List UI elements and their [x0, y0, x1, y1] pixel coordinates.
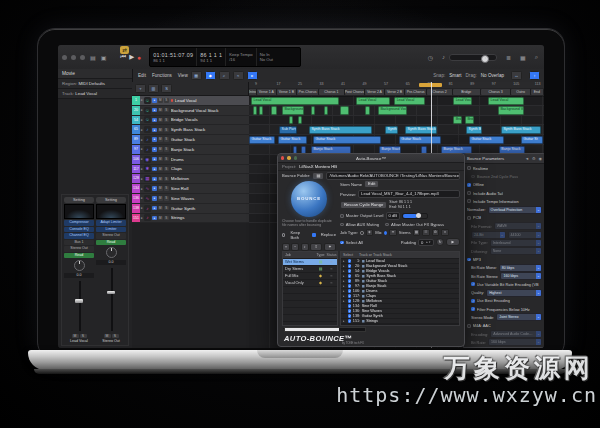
mute-button[interactable]: M [158, 128, 163, 133]
master-strip-icon[interactable]: S [161, 84, 172, 93]
param-dropdown[interactable]: 80 kbps⌄ [499, 264, 542, 272]
mute-button[interactable]: M [158, 137, 163, 142]
metronome-icon[interactable]: ♪ [442, 54, 445, 60]
input-monitor-icon[interactable]: ● [152, 186, 157, 191]
disclosure-icon[interactable]: ▸ [141, 108, 143, 112]
marker[interactable]: Chorus 3 [481, 89, 512, 95]
solo-button[interactable]: S [112, 334, 119, 339]
select-all-checkbox[interactable]: ✓ [340, 241, 344, 245]
track-select-checkbox[interactable]: ✓ [348, 289, 351, 292]
param-row[interactable]: Bounce 2nd Cycle Pass [464, 172, 544, 180]
automation-read-button[interactable]: Read [96, 240, 126, 246]
mute-button[interactable]: M [158, 147, 163, 152]
param-checkbox[interactable]: ✓ [467, 258, 471, 262]
disclosure-icon[interactable]: ▸ [141, 216, 143, 220]
param-row[interactable]: ✓Filter Frequencies Below 10Hz [464, 305, 544, 313]
rescan-cycle-button[interactable]: Rescan Cycle Range [340, 201, 387, 209]
solo-button[interactable]: S [164, 216, 169, 221]
send-slot[interactable]: Bus 1 [64, 240, 94, 246]
param-row[interactable]: Normalize:Overload Protection⌄ [464, 205, 544, 213]
track-header[interactable]: 65▸♪●MSSynth Bass Stack [132, 125, 249, 135]
volume-fader[interactable] [96, 266, 126, 333]
job-row[interactable]: Wet Stems▤○ [283, 259, 337, 266]
track-header[interactable]: 138▸♪●MSGuitar Synth [132, 204, 249, 214]
marker[interactable]: Verse 2 A [365, 89, 385, 95]
eq-thumbnail[interactable] [64, 204, 94, 219]
padding-stepper[interactable]: 0 ▲▼ [418, 239, 434, 247]
track-header[interactable]: 1▸☺●MSLead Vocal [132, 96, 249, 106]
remove-job-button[interactable]: − [291, 243, 299, 251]
region-guitar-st[interactable]: Guitar St [521, 136, 543, 144]
fx-bypass-checkbox[interactable] [385, 223, 389, 227]
search-icon[interactable]: ⌕ [535, 54, 538, 61]
flex-tool-icon[interactable]: ≈ [233, 71, 244, 80]
solo-button[interactable]: S [164, 118, 169, 123]
help-icon[interactable]: ◉ [539, 156, 543, 161]
job-row[interactable]: Full Mix◆○ [283, 273, 337, 280]
param-row[interactable]: File Format:WAVE⌄ [464, 222, 544, 230]
param-checkbox[interactable]: ✓ [471, 299, 475, 303]
track-inspector[interactable]: Track: Lead Vocal [58, 89, 132, 99]
param-row[interactable]: Realtime [464, 164, 544, 172]
window-close-icon[interactable] [62, 55, 67, 60]
job-row[interactable]: Dry Stems▤○ [283, 266, 337, 273]
track-header[interactable]: 128▸▦●MSMellotron [132, 174, 249, 184]
solo-button[interactable]: S [164, 128, 169, 133]
inspector-icon[interactable]: ▣ [101, 54, 107, 61]
param-dropdown[interactable]: Interleaved⌄ [490, 239, 542, 247]
region-clip[interactable] [340, 106, 349, 114]
plugin-slot[interactable]: Compressor [64, 220, 94, 226]
channel-strip[interactable]: SettingCompressorConsole EQChannel EQBus… [64, 197, 94, 343]
param-row[interactable]: PCM [464, 214, 544, 222]
param-checkbox[interactable]: ✓ [471, 307, 475, 311]
param-dropdown[interactable]: Advanced Audio Code…⌄ [490, 330, 542, 338]
track-select-checkbox[interactable]: ✓ [348, 319, 351, 322]
region-guitar-stack[interactable]: Guitar Stack [249, 136, 275, 144]
param-row[interactable]: Include Tempo Information [464, 197, 544, 205]
catch-playhead-icon[interactable]: ▸ [247, 71, 258, 80]
track-select-checkbox[interactable]: ✓ [348, 314, 351, 317]
list-editors-icon[interactable]: ≣ [506, 54, 511, 61]
region-clip[interactable] [365, 106, 370, 114]
marker[interactable]: Intro [249, 89, 257, 95]
disclosure-icon[interactable]: ▸ [141, 187, 143, 191]
marker[interactable]: Post Chorus [345, 89, 365, 95]
drag-value[interactable]: No Overlap [481, 73, 504, 78]
param-checkbox[interactable] [467, 324, 471, 328]
eq-thumbnail[interactable] [96, 204, 126, 219]
master-volume-slider[interactable] [449, 54, 497, 61]
marker[interactable]: Verse 2 B [385, 89, 405, 95]
region-lead-vocal[interactable]: Lead Vocal [251, 97, 339, 105]
param-row[interactable]: ✓MP3 [464, 255, 544, 263]
track-select-checkbox[interactable]: ✓ [348, 269, 351, 272]
param-dropdown[interactable]: WAVE⌄ [494, 222, 542, 230]
region-synth-bass[interactable]: Synth Bass [466, 126, 482, 134]
input-monitor-icon[interactable]: ● [152, 216, 157, 221]
track-select-checkbox[interactable]: ✓ [348, 294, 351, 297]
automation-toggle-icon[interactable]: ◆ [205, 71, 216, 80]
snap-value[interactable]: Smart [449, 73, 461, 78]
strip-setting-button[interactable]: Setting [96, 197, 126, 203]
solo-button[interactable]: S [164, 137, 169, 142]
track-select-checkbox[interactable]: ✓ [348, 259, 351, 262]
zoom-h-icon[interactable]: ↔ [511, 71, 522, 80]
master-output-checkbox[interactable] [340, 214, 344, 218]
plugin-slot[interactable]: Limiter [96, 227, 126, 233]
param-dropdown[interactable]: Highest⌄ [486, 289, 542, 297]
add-track-icon[interactable]: ＋ [135, 84, 146, 93]
region-lead-vocal[interactable]: Lead Vocal [394, 97, 425, 105]
mute-button[interactable]: M [158, 216, 163, 221]
region-clip[interactable] [271, 106, 277, 114]
param-row[interactable]: Stereo Mode:Joint Stereo⌄ [464, 313, 544, 321]
disclosure-icon[interactable]: ▸ [141, 118, 143, 122]
region-clip[interactable] [311, 106, 315, 114]
track-header[interactable]: 54▸☺●MSBridge Vocals [132, 116, 249, 126]
input-monitor-icon[interactable]: ● [152, 108, 157, 113]
mute-button[interactable]: M [158, 186, 163, 191]
job-row[interactable]: Vocal Only◆○ [283, 280, 337, 287]
region-guitar-stack[interactable]: Guitar Stack [278, 136, 307, 144]
param-dropdown[interactable]: 44100⌄ [508, 231, 543, 239]
aux-muting-checkbox[interactable] [340, 223, 344, 227]
track-select-checkbox[interactable]: ✓ [348, 264, 351, 267]
param-dropdown[interactable]: Overload Protection⌄ [488, 206, 542, 214]
